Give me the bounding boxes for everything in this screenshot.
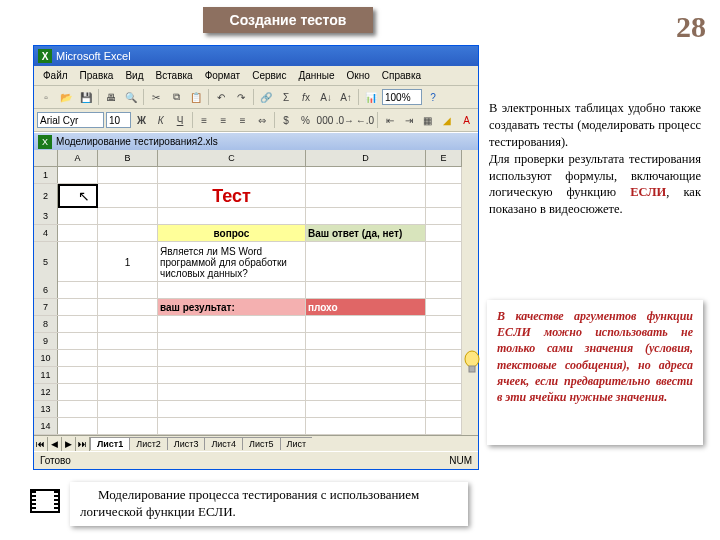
font-name-combo[interactable]: Arial Cyr <box>37 112 104 128</box>
svg-rect-1 <box>469 366 475 372</box>
currency-icon[interactable]: $ <box>277 111 294 129</box>
tab-nav-first-icon[interactable]: ⏮ <box>34 437 48 451</box>
borders-icon[interactable]: ▦ <box>419 111 436 129</box>
menu-edit[interactable]: Правка <box>75 68 119 83</box>
row-header[interactable]: 12 <box>34 384 58 400</box>
font-size-combo[interactable]: 10 <box>106 112 131 128</box>
align-left-icon[interactable]: ≡ <box>196 111 213 129</box>
menu-data[interactable]: Данные <box>293 68 339 83</box>
copy-icon[interactable]: ⧉ <box>167 88 185 106</box>
font-color-icon[interactable]: A <box>458 111 475 129</box>
tab-nav-prev-icon[interactable]: ◀ <box>48 437 62 451</box>
tip-text: В качестве аргументов функции ЕСЛИ можно… <box>497 309 693 404</box>
merge-icon[interactable]: ⇔ <box>253 111 270 129</box>
sort-desc-icon[interactable]: A↑ <box>337 88 355 106</box>
menu-format[interactable]: Формат <box>200 68 246 83</box>
titlebar[interactable]: X Microsoft Excel <box>34 46 478 66</box>
column-headers: A B C D E <box>34 150 462 167</box>
horizontal-scrollbar[interactable] <box>312 437 478 451</box>
new-icon[interactable]: ▫ <box>37 88 55 106</box>
cursor-icon: ↖ <box>78 188 90 204</box>
row-header[interactable]: 8 <box>34 316 58 332</box>
menu-insert[interactable]: Вставка <box>150 68 197 83</box>
col-header-e[interactable]: E <box>426 150 462 166</box>
menu-file[interactable]: Файл <box>38 68 73 83</box>
select-all-corner[interactable] <box>34 150 58 166</box>
sheet-tab-6[interactable]: Лист <box>280 437 314 450</box>
row-header[interactable]: 6 <box>34 282 58 298</box>
cell-a2-selected[interactable]: ↖ <box>58 184 98 208</box>
row-header[interactable]: 7 <box>34 299 58 315</box>
cells-area[interactable]: 1 2↖Тест 3 4вопросВаш ответ (да, нет) 51… <box>34 167 462 435</box>
save-icon[interactable]: 💾 <box>77 88 95 106</box>
tab-nav-next-icon[interactable]: ▶ <box>62 437 76 451</box>
cell-b5[interactable]: 1 <box>98 242 158 282</box>
underline-icon[interactable]: Ч <box>171 111 188 129</box>
open-icon[interactable]: 📂 <box>57 88 75 106</box>
row-header[interactable]: 3 <box>34 208 58 224</box>
dec-decimal-icon[interactable]: ←.0 <box>356 111 374 129</box>
link-icon[interactable]: 🔗 <box>257 88 275 106</box>
row-header[interactable]: 4 <box>34 225 58 241</box>
bold-icon[interactable]: Ж <box>133 111 150 129</box>
fill-color-icon[interactable]: ◢ <box>439 111 456 129</box>
cell-c2[interactable]: Тест <box>158 184 306 208</box>
excel-app-icon: X <box>38 49 52 63</box>
row-header[interactable]: 10 <box>34 350 58 366</box>
row-header[interactable]: 1 <box>34 167 58 183</box>
comma-icon[interactable]: 000 <box>316 111 334 129</box>
vertical-scrollbar[interactable] <box>462 150 478 435</box>
body-p1: В электронных таблицах удобно также созд… <box>489 101 701 149</box>
menu-window[interactable]: Окно <box>342 68 375 83</box>
help-icon[interactable]: ? <box>424 88 442 106</box>
sheet-tab-2[interactable]: Лист2 <box>129 437 168 450</box>
tab-nav-last-icon[interactable]: ⏭ <box>76 437 90 451</box>
chart-icon[interactable]: 📊 <box>362 88 380 106</box>
undo-icon[interactable]: ↶ <box>212 88 230 106</box>
row-header[interactable]: 14 <box>34 418 58 434</box>
cell-d7[interactable]: плохо <box>306 299 426 315</box>
col-header-c[interactable]: C <box>158 150 306 166</box>
redo-icon[interactable]: ↷ <box>232 88 250 106</box>
fx-icon[interactable]: fx <box>297 88 315 106</box>
percent-icon[interactable]: % <box>297 111 314 129</box>
menu-tools[interactable]: Сервис <box>247 68 291 83</box>
indent-inc-icon[interactable]: ⇥ <box>400 111 417 129</box>
col-header-b[interactable]: B <box>98 150 158 166</box>
col-header-a[interactable]: A <box>58 150 98 166</box>
zoom-combo[interactable]: 100% <box>382 89 422 105</box>
align-center-icon[interactable]: ≡ <box>215 111 232 129</box>
cell-d4[interactable]: Ваш ответ (да, нет) <box>306 225 426 241</box>
italic-icon[interactable]: К <box>152 111 169 129</box>
svg-point-0 <box>465 351 479 367</box>
sheet-tab-5[interactable]: Лист5 <box>242 437 281 450</box>
cell-c7[interactable]: ваш результат: <box>158 299 306 315</box>
sheet-tab-4[interactable]: Лист4 <box>204 437 243 450</box>
sheet-grid[interactable]: A B C D E 1 2↖Тест 3 4вопросВаш ответ (д… <box>34 150 462 435</box>
print-icon[interactable]: 🖶 <box>102 88 120 106</box>
row-header[interactable]: 13 <box>34 401 58 417</box>
row-header[interactable]: 9 <box>34 333 58 349</box>
row-header[interactable]: 11 <box>34 367 58 383</box>
paste-icon[interactable]: 📋 <box>187 88 205 106</box>
row-header[interactable]: 2 <box>34 184 58 208</box>
status-ready: Готово <box>40 455 71 466</box>
align-right-icon[interactable]: ≡ <box>234 111 251 129</box>
sheet-tab-3[interactable]: Лист3 <box>167 437 206 450</box>
col-header-d[interactable]: D <box>306 150 426 166</box>
standard-toolbar: ▫ 📂 💾 🖶 🔍 ✂ ⧉ 📋 ↶ ↷ 🔗 Σ fx A↓ A↑ 📊 100% … <box>34 86 478 109</box>
sheet-tabs-bar: ⏮ ◀ ▶ ⏭ Лист1 Лист2 Лист3 Лист4 Лист5 Ли… <box>34 435 478 451</box>
inc-decimal-icon[interactable]: .0→ <box>336 111 354 129</box>
cut-icon[interactable]: ✂ <box>147 88 165 106</box>
sort-asc-icon[interactable]: A↓ <box>317 88 335 106</box>
preview-icon[interactable]: 🔍 <box>122 88 140 106</box>
cell-c5[interactable]: Является ли MS Word программой для обраб… <box>158 242 306 282</box>
menu-view[interactable]: Вид <box>120 68 148 83</box>
indent-dec-icon[interactable]: ⇤ <box>381 111 398 129</box>
cell-c4[interactable]: вопрос <box>158 225 306 241</box>
row-header[interactable]: 5 <box>34 242 58 282</box>
tip-box: В качестве аргументов функции ЕСЛИ можно… <box>487 300 703 445</box>
menu-help[interactable]: Справка <box>377 68 426 83</box>
sum-icon[interactable]: Σ <box>277 88 295 106</box>
sheet-tab-1[interactable]: Лист1 <box>90 437 130 450</box>
